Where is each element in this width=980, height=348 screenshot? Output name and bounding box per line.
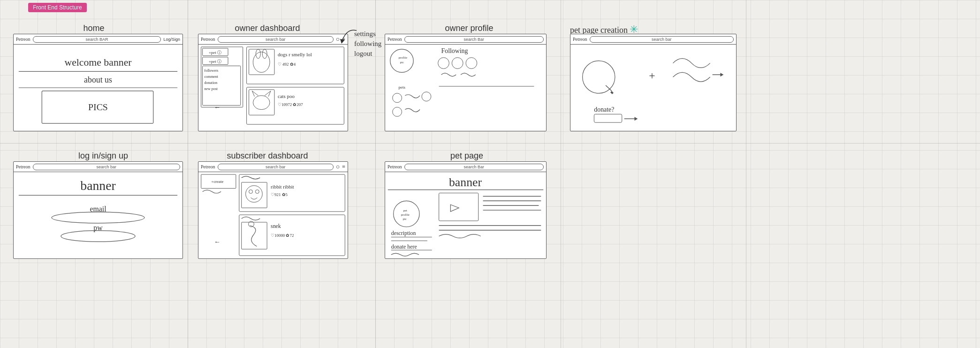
svg-rect-9 <box>203 57 228 65</box>
svg-text:pw: pw <box>93 224 103 232</box>
subscriber-dashboard-search[interactable]: search bar <box>218 164 334 170</box>
svg-point-36 <box>393 107 402 117</box>
pet-page-creation-wireframe: Petreon search bar + donate? <box>570 34 737 131</box>
svg-text:+: + <box>649 69 655 82</box>
svg-text:comment: comment <box>205 75 219 79</box>
svg-point-42 <box>583 61 615 93</box>
home-search[interactable]: search BAR <box>33 36 161 43</box>
pet-page-creation-content-svg: + donate? <box>570 45 736 131</box>
owner-profile-search[interactable]: search Bar <box>404 36 544 43</box>
pet-page-creation-navbar: Petreon search bar <box>570 34 736 45</box>
svg-rect-68 <box>239 215 345 256</box>
svg-text:←: ← <box>214 104 220 111</box>
svg-point-64 <box>249 190 253 194</box>
svg-text:email: email <box>90 205 106 213</box>
owner-profile-logo: Petreon <box>387 37 402 42</box>
login-content-svg: banner email pw <box>14 172 182 258</box>
svg-text:+pet ⓘ: +pet ⓘ <box>209 50 221 55</box>
login-wireframe: Petreon search bar banner email pw <box>13 161 183 259</box>
home-navbar: Petreon search BAR Log/Sign <box>14 34 182 45</box>
svg-point-26 <box>253 96 270 110</box>
page-content: Front End Structure home Petreon search … <box>0 0 980 348</box>
pet-page-creation-label: pet page creation <box>570 25 630 35</box>
home-logo: Petreon <box>16 37 30 42</box>
pet-page-creation-search[interactable]: search bar <box>590 36 734 43</box>
pet-page-content-svg: banner pet profile pic description donat… <box>385 172 546 258</box>
title-badge: Front End Structure <box>28 3 87 12</box>
subscriber-dashboard-logo: Petreon <box>201 164 215 169</box>
subscriber-dashboard-label: subscriber dashboard <box>211 151 324 161</box>
svg-text:about us: about us <box>84 75 112 84</box>
svg-text:banner: banner <box>449 175 482 189</box>
pet-page-wireframe: Petreon search Bar banner pet profile pi… <box>385 161 547 259</box>
svg-point-40 <box>466 58 477 69</box>
subscriber-dashboard-content-svg: +create ← ribbit ribbit ♡921 ✿5 <box>198 172 348 258</box>
svg-marker-51 <box>634 117 638 121</box>
svg-text:cats poo: cats poo <box>278 93 295 99</box>
svg-text:pets: pets <box>399 85 406 90</box>
svg-text:banner: banner <box>80 178 115 193</box>
pet-page-search[interactable]: search Bar <box>404 164 544 170</box>
svg-rect-62 <box>242 182 267 208</box>
svg-point-75 <box>394 201 419 227</box>
svg-text:♡ 492  ✿4: ♡ 492 ✿4 <box>278 62 296 67</box>
owner-dashboard-wireframe: Petreon search bar ○ ≡ +pet ⓘ +pet ⓘ fol… <box>198 34 348 131</box>
svg-text:new post: new post <box>205 87 218 91</box>
home-wireframe: Petreon search BAR Log/Sign welcome bann… <box>13 34 183 131</box>
svg-line-43 <box>606 85 612 91</box>
owner-dashboard-navbar: Petreon search bar ○ ≡ <box>198 34 348 45</box>
svg-rect-69 <box>242 222 267 249</box>
svg-text:snek: snek <box>271 223 281 229</box>
home-label: home <box>66 23 122 33</box>
login-navbar: Petreon search bar <box>14 162 182 172</box>
col-divider-4 <box>746 0 746 348</box>
svg-text:pic: pic <box>400 61 404 64</box>
login-label: log in/sign up <box>56 151 150 161</box>
home-login[interactable]: Log/Sign <box>163 37 180 42</box>
owner-dashboard-menu-icon[interactable]: ≡ <box>342 36 345 43</box>
svg-point-19 <box>253 52 270 73</box>
svg-point-30 <box>390 49 413 72</box>
svg-marker-44 <box>610 91 614 94</box>
svg-text:welcome banner: welcome banner <box>64 57 132 68</box>
svg-marker-85 <box>450 204 459 212</box>
owner-profile-content-svg: profile pic pets Following <box>385 45 546 131</box>
svg-rect-7 <box>203 48 228 56</box>
svg-rect-24 <box>247 87 344 124</box>
owner-dashboard-logo: Petreon <box>201 37 215 42</box>
svg-point-55 <box>52 212 144 223</box>
subscriber-dashboard-profile-icon[interactable]: ○ <box>336 163 340 171</box>
svg-rect-18 <box>249 49 274 75</box>
login-search[interactable]: search bar <box>33 164 180 170</box>
subscriber-dashboard-wireframe: Petreon search bar ○ ≡ +create ← r <box>198 161 348 259</box>
svg-rect-25 <box>249 90 274 115</box>
svg-text:♡921  ✿5: ♡921 ✿5 <box>271 192 288 197</box>
owner-dashboard-label: owner dashboard <box>220 23 314 33</box>
svg-text:profile: profile <box>399 56 407 59</box>
svg-text:ribbit ribbit: ribbit ribbit <box>271 184 294 189</box>
settings-annotation: settingsfollowinglogout <box>354 29 381 59</box>
svg-point-20 <box>256 49 260 59</box>
svg-text:dogs r smelly lol: dogs r smelly lol <box>278 52 312 57</box>
subscriber-dashboard-menu-icon[interactable]: ≡ <box>342 163 345 170</box>
col-divider-1 <box>188 0 188 348</box>
svg-point-35 <box>422 92 431 101</box>
svg-text:donate here: donate here <box>391 243 417 250</box>
svg-point-70 <box>249 221 254 227</box>
svg-text:description: description <box>391 230 416 236</box>
svg-text:♡10000  ✿72: ♡10000 ✿72 <box>271 233 294 238</box>
pet-page-logo: Petreon <box>387 164 402 169</box>
row-divider-1 <box>0 143 980 144</box>
svg-text:♡10972  ✿207: ♡10972 ✿207 <box>278 102 303 107</box>
svg-marker-47 <box>720 73 723 76</box>
svg-text:+create: +create <box>211 179 223 184</box>
owner-dashboard-search[interactable]: search bar <box>218 36 334 43</box>
owner-dashboard-profile-icon[interactable]: ○ <box>336 36 340 43</box>
svg-rect-17 <box>247 47 344 84</box>
svg-text:PICS: PICS <box>88 102 108 112</box>
svg-text:pic: pic <box>403 217 406 220</box>
svg-rect-11 <box>203 66 241 106</box>
svg-rect-4 <box>42 91 153 123</box>
pet-page-label: pet page <box>429 151 504 161</box>
svg-point-57 <box>61 231 135 242</box>
